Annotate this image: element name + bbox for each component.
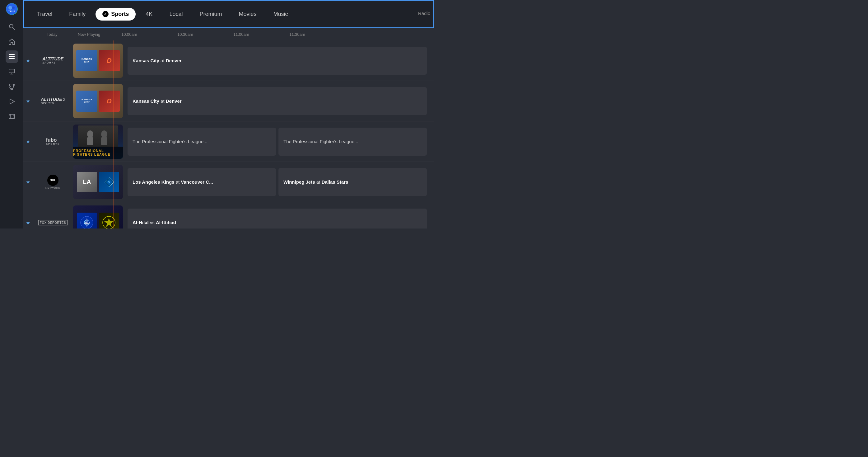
time-1100: 11:00am [229, 32, 285, 37]
svg-point-4 [9, 24, 13, 28]
tab-music[interactable]: Music [266, 8, 294, 21]
fubo-logo-text: fuboSPORTS [46, 137, 60, 145]
channel-logo-fubo[interactable]: fuboSPORTS [33, 137, 73, 145]
program-pfl-2[interactable]: The Professional Fighter's League... [278, 127, 427, 156]
program-pfl-1[interactable]: The Professional Fighter's League... [128, 127, 276, 156]
thumbnail-altitude2[interactable]: KANSASCITY D [73, 84, 123, 118]
al-hilal-badge: الهلال [77, 212, 97, 229]
playback-nav-icon[interactable] [6, 95, 18, 108]
svg-marker-14 [10, 99, 14, 104]
channel-row-fox-deportes: ★ FOX DEPORTES الهلال [23, 202, 434, 229]
channel-logo-altitude[interactable]: AltitudeSPORTS [33, 57, 73, 64]
favorite-fubo[interactable]: ★ [23, 139, 33, 144]
channel-row-altitude: ★ AltitudeSPORTS KANSASCITY D Kansas Cit… [23, 40, 434, 81]
programs-nhl: Los Angeles Kings at Vancouver C... Winn… [123, 162, 434, 202]
program-title-la-van: Los Angeles Kings at Vancouver C... [132, 179, 213, 185]
time-1130: 11:30am [285, 32, 341, 37]
program-title-pfl-2: The Professional Fighter's League... [283, 139, 359, 145]
la-kings-badge: LA [77, 172, 97, 192]
program-la-van[interactable]: Los Angeles Kings at Vancouver C... [128, 168, 276, 196]
tab-4k[interactable]: 4K [139, 8, 159, 21]
channel-row-nhl: ★ NHL NETWORK LA V [23, 162, 434, 202]
nhl-logo: NHL NETWORK [45, 175, 60, 189]
time-header: Today Now Playing 10:00am 10:30am 11:00a… [42, 28, 434, 40]
vault-text: PROFESSIONAL FIGHTERS LEAGUE [73, 149, 123, 156]
main-content: Travel Family ✓ Sports 4K Local Premium … [23, 0, 434, 229]
al-ittihad-badge [99, 212, 119, 229]
den-badge-2: D [99, 91, 120, 112]
program-wpg-dal[interactable]: Winnipeg Jets at Dallas Stars [278, 168, 427, 196]
favorite-nhl[interactable]: ★ [23, 179, 33, 185]
thumbnail-fubo[interactable]: PROFESSIONAL FIGHTERS LEAGUE [73, 124, 123, 159]
favorite-altitude[interactable]: ★ [23, 58, 33, 63]
channel-logo-nhl[interactable]: NHL NETWORK [33, 175, 73, 189]
active-check-icon: ✓ [102, 11, 108, 17]
favorite-altitude2[interactable]: ★ [23, 98, 33, 104]
time-now-playing: Now Playing [73, 32, 117, 37]
programs-altitude2: Kansas City at Denver [123, 81, 434, 121]
time-1030: 10:30am [173, 32, 229, 37]
tab-travel[interactable]: Travel [30, 8, 59, 21]
svg-rect-8 [9, 58, 14, 59]
svg-text:الهلال: الهلال [84, 222, 90, 225]
category-tabs-bar: Travel Family ✓ Sports 4K Local Premium … [23, 0, 434, 28]
time-today: Today [42, 32, 73, 37]
svg-point-1 [8, 6, 12, 10]
programs-altitude: Kansas City at Denver [123, 40, 434, 81]
svg-point-0 [6, 3, 18, 15]
altitude2-logo-text: Altitude 2SPORTS [41, 97, 65, 105]
trophy-nav-icon[interactable] [6, 80, 18, 93]
channel-logo-fox-deportes[interactable]: FOX DEPORTES [33, 220, 73, 225]
svg-rect-15 [9, 114, 14, 119]
programs-fubo: The Professional Fighter's League... The… [123, 121, 434, 162]
svg-rect-6 [9, 54, 14, 55]
sidebar: TRUE [0, 0, 23, 229]
app-logo[interactable]: TRUE [6, 3, 18, 15]
channel-row-fubo: ★ fuboSPORTS [23, 121, 434, 162]
radio-hint: Radio [418, 10, 430, 16]
thumbnail-nhl[interactable]: LA V [73, 165, 123, 199]
search-nav-icon[interactable] [6, 21, 18, 33]
svg-point-24 [101, 131, 107, 138]
svg-point-2 [12, 6, 14, 9]
program-title-wpg-dal: Winnipeg Jets at Dallas Stars [283, 179, 348, 185]
home-nav-icon[interactable] [6, 35, 18, 48]
channels-nav-icon[interactable] [6, 65, 18, 78]
channel-list: ★ AltitudeSPORTS KANSASCITY D Kansas Cit… [23, 40, 434, 229]
thumbnail-altitude[interactable]: KANSASCITY D [73, 44, 123, 78]
program-kc-den-1[interactable]: Kansas City at Denver [128, 47, 427, 75]
thumbnail-soccer[interactable]: الهلال [73, 205, 123, 229]
nhl-circle: NHL [47, 175, 59, 186]
program-al-hilal[interactable]: Al-Hilal vs Al-Ittihad [128, 208, 427, 229]
programs-fox-deportes: Al-Hilal vs Al-Ittihad [123, 202, 434, 229]
nhl-sub: NETWORK [45, 187, 60, 189]
kc-badge: KANSASCITY [76, 50, 97, 71]
svg-rect-23 [87, 137, 93, 145]
program-title-pfl-1: The Professional Fighter's League... [132, 139, 208, 145]
guide-nav-icon[interactable] [6, 51, 18, 63]
tab-sports[interactable]: ✓ Sports [95, 8, 136, 21]
kc-badge-2: KANSASCITY [76, 91, 97, 112]
tab-movies[interactable]: Movies [232, 8, 263, 21]
svg-rect-7 [9, 56, 14, 57]
favorite-fox-deportes[interactable]: ★ [23, 220, 33, 226]
channel-logo-altitude2[interactable]: Altitude 2SPORTS [33, 97, 73, 105]
altitude-logo-text: AltitudeSPORTS [42, 57, 63, 64]
svg-point-22 [87, 131, 93, 138]
vault-banner: PROFESSIONAL FIGHTERS LEAGUE [73, 147, 123, 159]
program-kc-den-2[interactable]: Kansas City at Denver [128, 87, 427, 115]
svg-text:TRUE: TRUE [8, 10, 15, 13]
svg-text:V: V [108, 180, 110, 184]
van-canucks-badge: V [99, 172, 119, 192]
svg-rect-9 [9, 69, 14, 73]
svg-rect-25 [101, 137, 107, 145]
channel-row-altitude2: ★ Altitude 2SPORTS KANSASCITY D Kansas C… [23, 81, 434, 121]
movies-nav-icon[interactable] [6, 110, 18, 123]
den-badge: D [99, 50, 120, 71]
fighters-image [73, 124, 123, 148]
tab-local[interactable]: Local [162, 8, 189, 21]
tab-family[interactable]: Family [62, 8, 92, 21]
program-title-kc-den-1: Kansas City at Denver [132, 58, 182, 64]
tab-premium[interactable]: Premium [193, 8, 229, 21]
program-title-kc-den-2: Kansas City at Denver [132, 98, 182, 104]
